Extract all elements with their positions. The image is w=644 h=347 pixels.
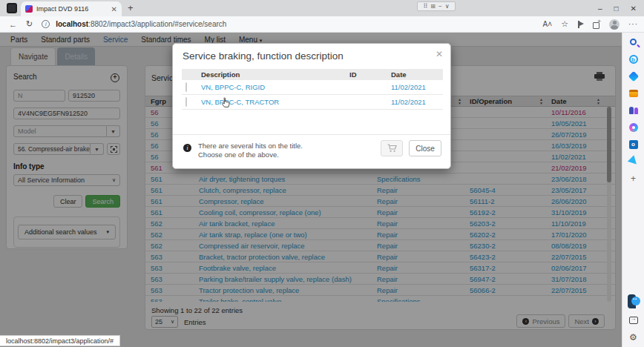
- cart-icon: [387, 144, 397, 153]
- teamviewer-icon[interactable]: [628, 294, 639, 308]
- page-info-icon[interactable]: i: [42, 20, 50, 28]
- browser-tab[interactable]: Impact DVD 9116 ✕: [21, 1, 122, 16]
- tab-favicon-icon: [25, 5, 33, 13]
- designer-icon[interactable]: [628, 122, 639, 133]
- modal-table-header: Description ID Date: [182, 69, 443, 80]
- chevron-down-icon[interactable]: ∨: [445, 3, 450, 10]
- modal-col-id: ID: [349, 70, 391, 79]
- drag-handle-icon[interactable]: ⠿: [423, 3, 427, 10]
- grid-icon[interactable]: ⊞: [430, 3, 436, 10]
- shopping-icon[interactable]: [628, 70, 639, 82]
- browser-urlbar: ← ↻ i localhost:8802/impact3/application…: [0, 16, 644, 33]
- window-minimize-button[interactable]: –: [598, 4, 602, 13]
- window-close-button[interactable]: ✕: [631, 4, 637, 13]
- modal-cell-description[interactable]: VN, BPPC-C, RIGID: [201, 83, 349, 91]
- profile-avatar[interactable]: [609, 19, 620, 30]
- close-icon[interactable]: ✕: [436, 49, 443, 59]
- screen: Parts Standard parts Service Standard ti…: [0, 0, 644, 347]
- function-description-modal: Service braking, function description ✕ …: [172, 43, 451, 169]
- copilot-icon[interactable]: b: [628, 53, 639, 65]
- drop-icon[interactable]: [628, 156, 639, 167]
- mouse-cursor: [221, 97, 231, 111]
- address-input[interactable]: localhost:8802/impact3/application/#serv…: [56, 20, 226, 28]
- outlook-icon[interactable]: o: [628, 139, 639, 150]
- row-checkbox[interactable]: [185, 82, 187, 92]
- open-sidebar-icon[interactable]: [628, 314, 639, 325]
- favorites-icon[interactable]: ☆: [561, 19, 568, 29]
- status-bar: localhost:8802/impact3/application/#: [0, 335, 120, 346]
- browser-essentials-icon[interactable]: [577, 21, 584, 28]
- modal-close-button[interactable]: Close: [409, 140, 441, 156]
- modal-table-row[interactable]: VN, BPPC-C, RIGID 11/02/2021: [182, 80, 443, 95]
- screen-share-widget[interactable]: ⠿ ⊞ − ∨: [417, 1, 456, 11]
- modal-title: Service braking, function description: [183, 50, 344, 62]
- search-icon[interactable]: [628, 36, 639, 47]
- modal-info-text: There are several hits on the title. Cho…: [198, 142, 303, 159]
- add-to-cart-button[interactable]: [381, 140, 403, 156]
- row-checkbox[interactable]: [185, 97, 187, 107]
- collections-icon[interactable]: [593, 21, 600, 28]
- edge-sidebar: b o + ⚙: [622, 33, 644, 347]
- modal-cell-date: 11/02/2021: [391, 83, 443, 91]
- browser-titlebar: Impact DVD 9116 ✕ + ⠿ ⊞ − ∨ – □ ✕: [0, 0, 644, 16]
- minimize-widget-icon[interactable]: −: [438, 3, 442, 10]
- tab-title: Impact DVD 9116: [36, 5, 108, 13]
- new-tab-button[interactable]: +: [128, 2, 134, 13]
- settings-gear-icon[interactable]: ⚙: [628, 331, 639, 343]
- info-icon: i: [183, 144, 191, 152]
- office-icon[interactable]: [628, 87, 639, 99]
- modal-divider: [173, 134, 450, 135]
- back-icon[interactable]: ←: [9, 20, 17, 29]
- window-controls: – □ ✕: [598, 0, 641, 16]
- workspaces-icon[interactable]: [7, 3, 17, 13]
- modal-col-date: Date: [391, 70, 443, 79]
- people-icon[interactable]: [628, 105, 639, 116]
- more-menu-icon[interactable]: ···: [628, 20, 638, 28]
- add-icon[interactable]: +: [628, 173, 639, 184]
- tab-close-icon[interactable]: ✕: [111, 5, 117, 13]
- refresh-icon[interactable]: ↻: [26, 19, 33, 29]
- read-aloud-icon[interactable]: A˄: [543, 20, 553, 28]
- window-maximize-button[interactable]: □: [614, 4, 619, 13]
- modal-col-description: Description: [201, 70, 349, 79]
- modal-cell-date: 11/02/2021: [391, 98, 443, 106]
